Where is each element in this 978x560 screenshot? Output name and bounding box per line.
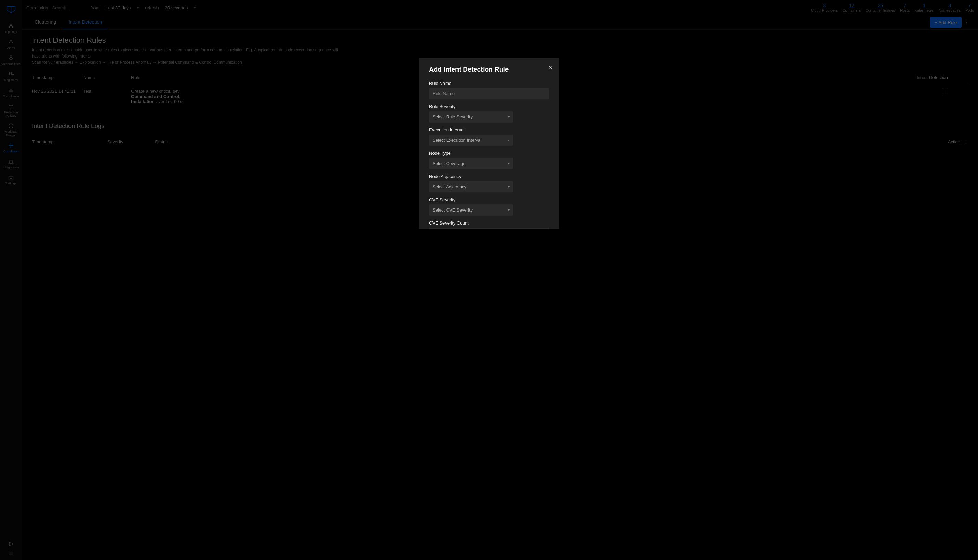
chevron-down-icon: ▾ — [508, 138, 509, 142]
modal-overlay[interactable]: Add Intent Detection Rule ✕ Rule Name Ru… — [0, 0, 978, 560]
node-adj-select[interactable]: Select Adjacency▾ — [429, 181, 513, 192]
node-type-select[interactable]: Select Coverage▾ — [429, 158, 513, 169]
chevron-down-icon: ▾ — [508, 162, 509, 165]
chevron-down-icon: ▾ — [508, 208, 509, 212]
cve-severity-select[interactable]: Select CVE Severity▾ — [429, 204, 513, 216]
rule-name-input[interactable] — [429, 88, 549, 99]
exec-interval-label: Execution Interval — [429, 127, 549, 132]
chevron-down-icon: ▾ — [508, 115, 509, 119]
node-adj-label: Node Adjacency — [429, 174, 549, 179]
cve-severity-label: CVE Severity — [429, 197, 549, 202]
cve-count-label: CVE Severity Count — [429, 220, 549, 225]
rule-severity-select[interactable]: Select Rule Severity▾ — [429, 111, 513, 123]
add-rule-modal: Add Intent Detection Rule ✕ Rule Name Ru… — [419, 58, 559, 229]
chevron-down-icon: ▾ — [508, 185, 509, 188]
rule-name-label: Rule Name — [429, 81, 549, 86]
cve-count-input[interactable] — [429, 228, 549, 229]
node-type-label: Node Type — [429, 151, 549, 156]
rule-severity-label: Rule Severity — [429, 104, 549, 109]
exec-interval-select[interactable]: Select Execution Interval▾ — [429, 135, 513, 146]
modal-title: Add Intent Detection Rule — [429, 66, 549, 73]
close-icon[interactable]: ✕ — [548, 64, 552, 71]
